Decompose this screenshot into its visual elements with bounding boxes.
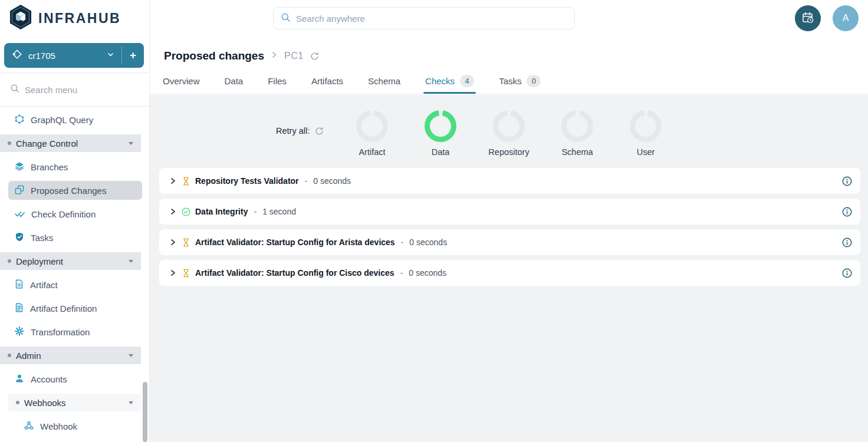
progress-ring-icon xyxy=(493,110,525,144)
proposed-changes-icon xyxy=(15,185,24,196)
validator-row[interactable]: Data Integrity - 1 second xyxy=(159,199,860,225)
validator-duration: 0 seconds xyxy=(313,176,351,186)
separator: - xyxy=(400,268,403,278)
checks-panel: Retry all: Artifact xyxy=(150,95,868,442)
chevron-right-icon[interactable] xyxy=(168,176,177,186)
validator-duration: 0 seconds xyxy=(409,268,446,278)
sidebar-section-webhooks[interactable]: Webhooks xyxy=(8,394,141,411)
sidebar-section-change-control[interactable]: Change Control xyxy=(0,134,141,152)
sidebar-item-label: Proposed Changes xyxy=(31,186,106,196)
user-avatar[interactable]: A xyxy=(833,5,859,31)
progress-ring-icon xyxy=(425,110,456,144)
brand-wordmark: INFRAHUB xyxy=(38,11,121,27)
sidebar-item-label: Tasks xyxy=(31,233,53,243)
calendar-clock-icon xyxy=(801,11,814,26)
tab-data[interactable]: Data xyxy=(225,68,244,94)
breadcrumb-current: PC1 xyxy=(284,51,304,61)
sidebar: INFRAHUB cr1705 + xyxy=(0,0,150,442)
sidebar-nav: GraphQL Query Change Control Branches xyxy=(0,107,149,438)
tab-checks[interactable]: Checks 4 xyxy=(425,68,474,94)
webhook-icon xyxy=(24,421,34,432)
gauge-user[interactable]: User xyxy=(611,110,680,157)
sidebar-item-proposed-changes[interactable]: Proposed Changes xyxy=(8,181,142,200)
sidebar-item-label: Transformation xyxy=(31,327,90,337)
section-bullet-icon xyxy=(8,259,11,263)
validator-row[interactable]: Artifact Validator: Startup Config for A… xyxy=(159,229,860,255)
create-branch-button[interactable]: + xyxy=(122,43,144,68)
chevron-right-icon[interactable] xyxy=(168,207,177,216)
gauge-label: Artifact xyxy=(359,147,385,157)
progress-ring-icon xyxy=(356,110,388,144)
retry-all: Retry all: xyxy=(276,126,324,136)
tab-tasks[interactable]: Tasks 0 xyxy=(499,68,541,94)
tab-schema[interactable]: Schema xyxy=(368,68,400,94)
avatar-initial: A xyxy=(843,13,849,24)
validator-row[interactable]: Repository Tests Validator - 0 seconds xyxy=(159,168,860,194)
gauge-data[interactable]: Data xyxy=(406,110,475,157)
sidebar-item-check-definition[interactable]: Check Definition xyxy=(0,202,149,226)
sidebar-item-tasks[interactable]: Tasks xyxy=(0,226,149,249)
global-search xyxy=(273,7,575,29)
schedule-button[interactable] xyxy=(795,5,821,31)
progress-ring-icon xyxy=(561,110,593,144)
sidebar-item-label: Webhook xyxy=(40,421,77,431)
tab-overview[interactable]: Overview xyxy=(163,68,200,94)
tab-files[interactable]: Files xyxy=(268,68,287,94)
global-search-input[interactable] xyxy=(296,14,567,24)
menu-search xyxy=(0,73,149,107)
info-icon[interactable] xyxy=(842,268,852,278)
menu-search-input[interactable] xyxy=(25,85,125,95)
sidebar-item-branches[interactable]: Branches xyxy=(0,155,149,179)
tab-artifacts[interactable]: Artifacts xyxy=(311,68,343,94)
sidebar-item-label: Branches xyxy=(31,162,68,172)
section-label: Webhooks xyxy=(24,398,66,408)
checks-summary-row: Retry all: Artifact xyxy=(150,95,868,154)
validator-list: Repository Tests Validator - 0 seconds xyxy=(150,154,868,286)
sidebar-item-accounts[interactable]: Accounts xyxy=(0,367,149,391)
graphql-icon xyxy=(15,114,24,126)
main-header: A Proposed changes PC1 Overview Data Fil… xyxy=(150,0,868,94)
tab-badge: 0 xyxy=(527,75,541,87)
gauge-label: Schema xyxy=(561,147,593,157)
gauge-schema[interactable]: Schema xyxy=(543,110,611,157)
progress-ring-icon xyxy=(630,110,662,144)
gauge-label: Data xyxy=(432,147,450,157)
hourglass-icon xyxy=(182,269,190,278)
chevron-right-icon[interactable] xyxy=(168,238,177,247)
gauge-repository[interactable]: Repository xyxy=(475,110,543,157)
info-icon[interactable] xyxy=(842,207,852,217)
sidebar-item-artifact[interactable]: Artifact xyxy=(0,273,149,296)
layers-icon xyxy=(15,161,24,173)
sidebar-item-transformation[interactable]: Transformation xyxy=(0,320,149,344)
tab-label: Tasks xyxy=(499,76,521,86)
gauge-artifact[interactable]: Artifact xyxy=(338,110,406,157)
section-label: Admin xyxy=(16,351,41,361)
sidebar-section-admin[interactable]: Admin xyxy=(0,347,141,364)
separator: - xyxy=(401,238,404,247)
info-icon[interactable] xyxy=(842,238,852,248)
page-title[interactable]: Proposed changes xyxy=(164,50,264,62)
validator-row[interactable]: Artifact Validator: Startup Config for C… xyxy=(159,260,860,286)
refresh-button[interactable] xyxy=(310,52,319,61)
sidebar-item-label: Accounts xyxy=(31,374,67,384)
sidebar-item-artifact-definition[interactable]: Artifact Definition xyxy=(0,296,149,320)
document-icon xyxy=(15,279,24,291)
sidebar-item-webhook[interactable]: Webhook xyxy=(0,414,149,438)
validator-title: Data Integrity xyxy=(195,207,248,216)
main-area: A Proposed changes PC1 Overview Data Fil… xyxy=(150,0,868,442)
retry-all-button[interactable] xyxy=(315,127,324,136)
document-definition-icon xyxy=(15,303,24,314)
brand-logo[interactable]: INFRAHUB xyxy=(0,0,149,37)
separator: - xyxy=(254,207,257,216)
tab-label: Data xyxy=(225,76,244,86)
section-bullet-icon xyxy=(16,401,19,404)
sidebar-item-graphql-query[interactable]: GraphQL Query xyxy=(0,108,149,131)
info-icon[interactable] xyxy=(842,176,852,186)
chevron-right-icon[interactable] xyxy=(168,268,177,278)
sidebar-scrollbar-thumb[interactable] xyxy=(143,382,147,442)
branch-selector-button[interactable]: cr1705 xyxy=(4,43,121,68)
gear-icon xyxy=(15,326,24,338)
section-collapse-icon xyxy=(129,142,133,145)
double-check-icon xyxy=(15,209,25,220)
sidebar-section-deployment[interactable]: Deployment xyxy=(0,252,141,270)
